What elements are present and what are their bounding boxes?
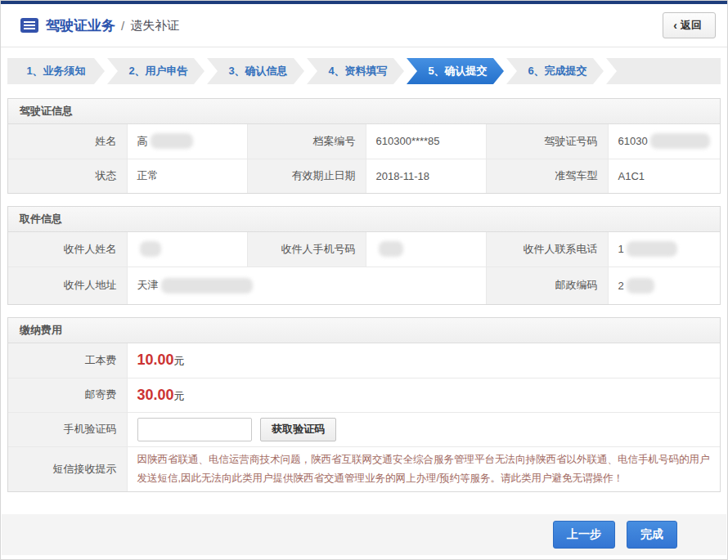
table-row: 工本费 10.00元 (8, 343, 720, 378)
section-title: 驾驶证信息 (8, 99, 720, 124)
field-label: 有效期止日期 (247, 159, 366, 193)
step-tab-2[interactable]: 2、用户申告 (107, 58, 204, 84)
section-title: 取件信息 (8, 207, 720, 232)
prev-step-button[interactable]: 上一步 (553, 521, 615, 549)
table-row: 短信接收提示 因陕西省联通、电信运营商技术问题，陕西省互联网交通安全综合服务管理… (8, 446, 720, 491)
field-label: 工本费 (8, 343, 127, 378)
get-code-button[interactable]: 获取验证码 (260, 418, 336, 441)
sms-notice-text: 因陕西省联通、电信运营商技术问题，陕西省互联网交通安全综合服务管理平台无法向持陕… (137, 447, 711, 491)
step-tab-3[interactable]: 3、确认信息 (207, 58, 304, 84)
field-label: 邮政编码 (486, 267, 608, 304)
field-value-status: 正常 (127, 159, 247, 193)
breadcrumb-separator: / (121, 19, 124, 33)
page-subtitle: 遗失补证 (130, 18, 179, 34)
field-label: 状态 (8, 159, 127, 193)
footer-bar: 上一步 完成 (2, 514, 726, 555)
field-label: 收件人地址 (8, 267, 127, 304)
steps-bar: 1、业务须知 2、用户申告 3、确认信息 4、资料填写 5、确认提交 6、完成提… (7, 58, 721, 84)
field-label: 手机验证码 (8, 412, 127, 446)
finish-button[interactable]: 完成 (627, 521, 677, 549)
table-row: 收件人地址 天津 邮政编码 2 (8, 267, 720, 304)
field-value-name: 高 (137, 134, 148, 149)
step-label: 4、资料填写 (328, 64, 387, 78)
field-value-valid-until: 2018-11-18 (366, 159, 486, 193)
redaction-mask (650, 133, 710, 149)
form-list-icon (20, 18, 38, 33)
step-label: 2、用户申告 (128, 64, 187, 78)
field-value-recipient-address: 天津 (137, 278, 159, 293)
field-value-postal-code: 2 (618, 280, 624, 292)
field-label: 收件人手机号码 (247, 232, 366, 267)
field-value-recipient-phone: 1 (618, 243, 624, 255)
section-license-info: 驾驶证信息 姓名 高 档案编号 610300****85 驾驶证号码 61030… (7, 98, 721, 194)
redaction-mask (627, 278, 654, 293)
step-label: 6、完成提交 (528, 64, 586, 78)
fee-unit: 元 (174, 355, 185, 367)
section-title: 缴纳费用 (8, 318, 720, 343)
back-button-label: 返回 (681, 18, 702, 33)
table-row: 邮寄费 30.00元 (8, 378, 720, 412)
step-tab-6[interactable]: 6、完成提交 (506, 58, 604, 84)
step-tab-1[interactable]: 1、业务须知 (7, 58, 105, 84)
field-label: 邮寄费 (8, 378, 127, 412)
redaction-mask (627, 241, 677, 257)
field-value-file-no: 610300****85 (366, 124, 486, 159)
field-label: 收件人姓名 (8, 232, 127, 267)
back-button[interactable]: ‹ 返回 (663, 12, 716, 38)
step-label: 3、确认信息 (228, 64, 287, 78)
table-row: 姓名 高 档案编号 610300****85 驾驶证号码 61030 (8, 124, 720, 159)
page-title: 驾驶证业务 (46, 16, 115, 35)
step-label: 1、业务须知 (26, 64, 85, 78)
table-row: 状态 正常 有效期止日期 2018-11-18 准驾车型 A1C1 (8, 159, 720, 193)
section-fees: 缴纳费用 工本费 10.00元 邮寄费 30.00元 手机验证码 获取验证码 短… (7, 317, 721, 492)
field-label: 准驾车型 (486, 159, 608, 193)
step-tab-4[interactable]: 4、资料填写 (307, 58, 404, 84)
field-label: 短信接收提示 (8, 446, 127, 491)
field-value-license-no: 61030 (618, 135, 648, 147)
fee-unit: 元 (174, 390, 185, 402)
postage-fee-amount: 30.00 (137, 387, 174, 403)
table-row: 手机验证码 获取验证码 (8, 412, 720, 446)
steps-filler (606, 58, 721, 84)
fees-table: 工本费 10.00元 邮寄费 30.00元 手机验证码 获取验证码 短信接收提示… (8, 343, 720, 491)
sms-code-input[interactable] (137, 418, 252, 441)
field-label: 档案编号 (247, 124, 366, 159)
page-header: 驾驶证业务 / 遗失补证 ‹ 返回 (1, 4, 727, 47)
redaction-mask (151, 133, 193, 149)
table-row: 收件人姓名 收件人手机号码 收件人联系电话 1 (8, 232, 720, 267)
step-tab-5-active[interactable]: 5、确认提交 (407, 58, 504, 84)
field-label: 驾驶证号码 (486, 124, 608, 159)
section-pickup-info: 取件信息 收件人姓名 收件人手机号码 收件人联系电话 1 收件人地址 天津 邮政… (7, 206, 721, 305)
license-table: 姓名 高 档案编号 610300****85 驾驶证号码 61030 状态 正常… (8, 124, 720, 193)
redaction-mask (161, 278, 253, 293)
redaction-mask (140, 241, 161, 257)
back-chevron-icon: ‹ (673, 19, 677, 32)
step-label: 5、确认提交 (428, 64, 487, 78)
field-label: 收件人联系电话 (486, 232, 608, 267)
field-label: 姓名 (8, 124, 127, 159)
production-fee-amount: 10.00 (137, 352, 174, 368)
redaction-mask (379, 241, 403, 257)
pickup-table: 收件人姓名 收件人手机号码 收件人联系电话 1 收件人地址 天津 邮政编码 2 (8, 232, 720, 304)
field-value-vehicle-class: A1C1 (608, 159, 720, 193)
